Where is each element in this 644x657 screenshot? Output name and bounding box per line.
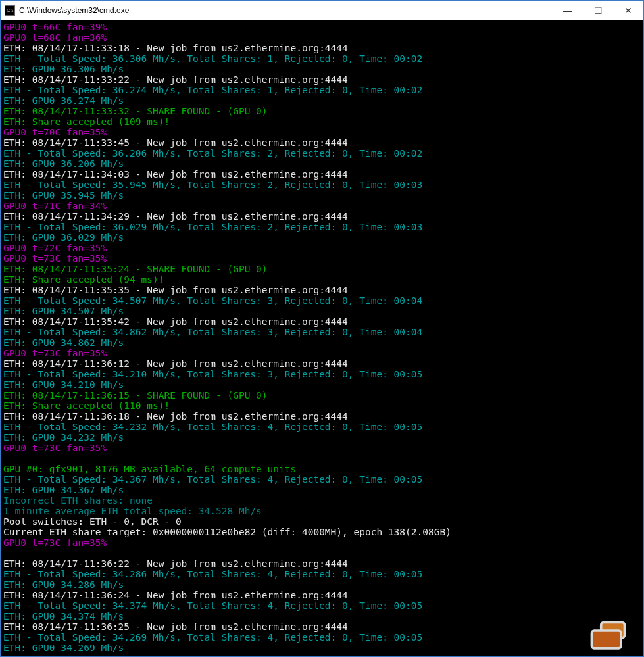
window-title: C:\Windows\system32\cmd.exe bbox=[19, 6, 553, 15]
terminal-line: GPU0 t=72C fan=35% bbox=[3, 243, 641, 253]
terminal-line: Pool switches: ETH - 0, DCR - 0 bbox=[3, 516, 641, 527]
terminal-line: ETH: 08/14/17-11:36:24 - New job from us… bbox=[3, 590, 641, 600]
terminal-line: ETH: GPU0 34.286 Mh/s bbox=[3, 579, 641, 590]
terminal-line: GPU0 t=70C fan=35% bbox=[3, 127, 641, 137]
terminal-line: ETH - Total Speed: 35.945 Mh/s, Total Sh… bbox=[3, 180, 641, 190]
terminal-line: GPU0 t=73C fan=35% bbox=[3, 253, 641, 264]
terminal-line: ETH: 08/14/17-11:36:25 - New job from us… bbox=[3, 621, 641, 632]
terminal-line: ETH: 08/14/17-11:36:22 - New job from us… bbox=[3, 558, 641, 569]
minimize-button[interactable]: — bbox=[553, 1, 583, 20]
terminal-line: ETH - Total Speed: 34.269 Mh/s, Total Sh… bbox=[3, 632, 641, 643]
terminal-line: ETH: 08/14/17-11:33:18 - New job from us… bbox=[3, 43, 641, 53]
terminal-line: ETH: GPU0 34.232 Mh/s bbox=[3, 432, 641, 443]
terminal-line: ETH: 08/14/17-11:35:42 - New job from us… bbox=[3, 316, 641, 327]
terminal-line: ETH: GPU0 34.862 Mh/s bbox=[3, 337, 641, 348]
terminal-line: ETH: GPU0 36.274 Mh/s bbox=[3, 95, 641, 106]
terminal-line: ETH - Total Speed: 34.367 Mh/s, Total Sh… bbox=[3, 474, 641, 485]
terminal-line bbox=[3, 453, 641, 464]
terminal-line: ETH: 08/14/17-11:36:18 - New job from us… bbox=[3, 411, 641, 422]
terminal-line: ETH - Total Speed: 36.274 Mh/s, Total Sh… bbox=[3, 85, 641, 95]
terminal-line: GPU0 t=66C fan=39% bbox=[3, 22, 641, 32]
terminal-line: ETH - Total Speed: 36.029 Mh/s, Total Sh… bbox=[3, 222, 641, 232]
terminal-line: ETH: 08/14/17-11:34:03 - New job from us… bbox=[3, 169, 641, 180]
terminal-line: ETH - Total Speed: 36.306 Mh/s, Total Sh… bbox=[3, 53, 641, 64]
terminal-line: ETH: GPU0 34.269 Mh/s bbox=[3, 643, 641, 653]
cmd-icon: C:\ bbox=[5, 5, 15, 16]
terminal-line: ETH: 08/14/17-11:35:24 - SHARE FOUND - (… bbox=[3, 264, 641, 274]
terminal-line: 1 minute average ETH total speed: 34.528… bbox=[3, 506, 641, 516]
terminal-line: GPU #0: gfx901, 8176 MB available, 64 co… bbox=[3, 464, 641, 474]
terminal-line: ETH - Total Speed: 34.862 Mh/s, Total Sh… bbox=[3, 327, 641, 337]
terminal-line: ETH: Share accepted (94 ms)! bbox=[3, 274, 641, 285]
terminal-line bbox=[3, 548, 641, 558]
terminal-line: ETH: Share accepted (109 ms)! bbox=[3, 116, 641, 127]
terminal-line: ETH - Total Speed: 36.206 Mh/s, Total Sh… bbox=[3, 148, 641, 158]
terminal-line: ETH - Total Speed: 34.286 Mh/s, Total Sh… bbox=[3, 569, 641, 579]
terminal-line: GPU0 t=71C fan=34% bbox=[3, 201, 641, 211]
terminal-line: GPU0 t=68C fan=36% bbox=[3, 32, 641, 43]
terminal-line: ETH: GPU0 35.945 Mh/s bbox=[3, 190, 641, 201]
terminal-line: ETH: GPU0 34.367 Mh/s bbox=[3, 485, 641, 495]
terminal-line: Incorrect ETH shares: none bbox=[3, 495, 641, 506]
terminal-line: ETH: GPU0 34.374 Mh/s bbox=[3, 611, 641, 621]
terminal-line: GPU0 t=73C fan=35% bbox=[3, 443, 641, 453]
terminal-line: ETH: GPU0 36.206 Mh/s bbox=[3, 158, 641, 169]
terminal-line: GPU0 t=73C fan=35% bbox=[3, 348, 641, 358]
terminal-line: ETH: 08/14/17-11:33:45 - New job from us… bbox=[3, 137, 641, 148]
terminal-line: ETH - Total Speed: 34.374 Mh/s, Total Sh… bbox=[3, 600, 641, 611]
terminal-line: ETH: 08/14/17-11:33:32 - SHARE FOUND - (… bbox=[3, 106, 641, 116]
cmd-window: C:\ C:\Windows\system32\cmd.exe — ☐ ✕ GP… bbox=[0, 0, 644, 657]
terminal-line: ETH - Total Speed: 34.232 Mh/s, Total Sh… bbox=[3, 422, 641, 432]
titlebar[interactable]: C:\ C:\Windows\system32\cmd.exe — ☐ ✕ bbox=[1, 1, 643, 20]
terminal-line: ETH: 08/14/17-11:35:35 - New job from us… bbox=[3, 285, 641, 295]
terminal-output[interactable]: GPU0 t=66C fan=39%GPU0 t=68C fan=36%ETH:… bbox=[1, 20, 643, 656]
terminal-line: Current ETH share target: 0x0000000112e0… bbox=[3, 527, 641, 537]
terminal-line: ETH - Total Speed: 34.210 Mh/s, Total Sh… bbox=[3, 369, 641, 379]
terminal-line: ETH: Share accepted (110 ms)! bbox=[3, 401, 641, 411]
terminal-line: ETH: 08/14/17-11:36:12 - New job from us… bbox=[3, 358, 641, 369]
terminal-line: ETH: 08/14/17-11:34:29 - New job from us… bbox=[3, 211, 641, 222]
terminal-line: ETH: GPU0 36.029 Mh/s bbox=[3, 232, 641, 243]
terminal-line: ETH: GPU0 34.210 Mh/s bbox=[3, 379, 641, 390]
terminal-line: ETH: GPU0 34.507 Mh/s bbox=[3, 306, 641, 316]
close-button[interactable]: ✕ bbox=[613, 1, 643, 20]
maximize-button[interactable]: ☐ bbox=[583, 1, 613, 20]
window-controls: — ☐ ✕ bbox=[553, 1, 643, 20]
terminal-line: ETH - Total Speed: 34.507 Mh/s, Total Sh… bbox=[3, 295, 641, 306]
terminal-line: ETH: GPU0 36.306 Mh/s bbox=[3, 64, 641, 74]
terminal-line: ETH: 08/14/17-11:33:22 - New job from us… bbox=[3, 74, 641, 85]
terminal-line: ETH: 08/14/17-11:36:15 - SHARE FOUND - (… bbox=[3, 390, 641, 401]
terminal-line: GPU0 t=73C fan=35% bbox=[3, 537, 641, 548]
